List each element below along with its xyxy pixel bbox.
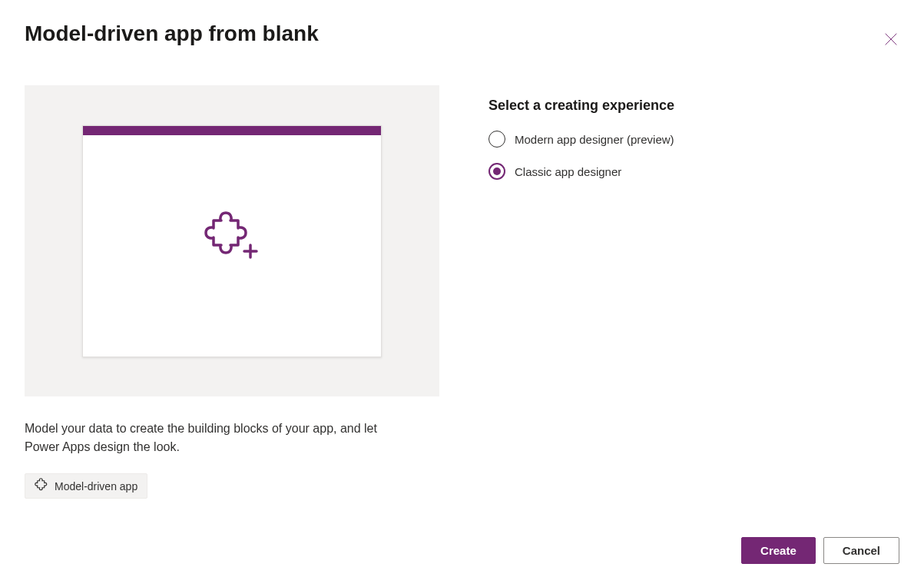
radio-classic-designer[interactable]: Classic app designer bbox=[488, 163, 674, 180]
close-icon bbox=[883, 38, 899, 50]
app-type-tag: Model-driven app bbox=[25, 473, 147, 499]
radio-indicator bbox=[488, 163, 505, 180]
radio-inner-dot bbox=[493, 167, 501, 175]
radio-modern-designer[interactable]: Modern app designer (preview) bbox=[488, 131, 674, 148]
radio-indicator bbox=[488, 131, 505, 148]
experience-radio-group: Modern app designer (preview) Classic ap… bbox=[488, 131, 674, 180]
tag-label: Model-driven app bbox=[55, 480, 137, 492]
dialog-title: Model-driven app from blank bbox=[25, 22, 319, 46]
close-button[interactable] bbox=[879, 28, 902, 53]
preview-area bbox=[25, 85, 439, 396]
cancel-button[interactable]: Cancel bbox=[823, 537, 899, 564]
radio-label: Modern app designer (preview) bbox=[515, 133, 674, 146]
puzzle-icon bbox=[35, 478, 48, 494]
radio-label: Classic app designer bbox=[515, 165, 621, 178]
dialog-description: Model your data to create the building b… bbox=[25, 420, 401, 456]
preview-card bbox=[82, 125, 382, 357]
options-heading: Select a creating experience bbox=[488, 98, 674, 114]
puzzle-add-icon bbox=[203, 210, 261, 265]
create-button[interactable]: Create bbox=[741, 537, 816, 564]
preview-topbar bbox=[83, 126, 381, 135]
